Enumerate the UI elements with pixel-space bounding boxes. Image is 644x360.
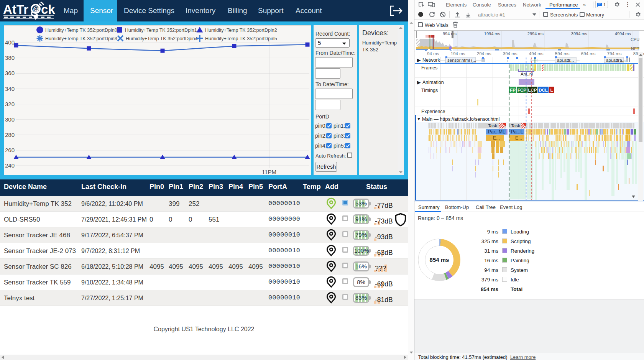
svg-text:Pa...L: Pa...L (511, 129, 523, 135)
svg-text:Network: Network (422, 58, 440, 63)
svg-text:294 ms: 294 ms (477, 51, 491, 56)
svg-text:Frames: Frames (421, 65, 437, 71)
svg-text:E...: E... (493, 135, 500, 141)
svg-text:3994 ms: 3994 ms (571, 31, 588, 36)
svg-text:280: 280 (5, 132, 15, 138)
svg-text:Task: Task (511, 123, 520, 128)
svg-text:▶︎: ▶︎ (417, 80, 421, 85)
svg-text:300: 300 (5, 116, 15, 123)
svg-text:Humidity+Temp TK 352:portDpin3: Humidity+Temp TK 352:portDpin3 (45, 36, 117, 41)
svg-text:Animation: Animation (422, 80, 444, 85)
svg-text:api.attra...: api.attra... (606, 58, 626, 62)
svg-text:▶︎: ▶︎ (417, 58, 421, 63)
svg-text:11PM: 11PM (262, 169, 276, 175)
svg-text:▼︎: ▼︎ (417, 117, 421, 121)
svg-text:694 ms: 694 ms (581, 51, 596, 56)
svg-text:594 ms: 594 ms (555, 51, 570, 56)
svg-text:1994 ms: 1994 ms (484, 31, 501, 36)
svg-text:api.attr...: api.attr... (557, 58, 574, 62)
svg-text:794 ms: 794 ms (607, 51, 622, 56)
svg-text:DCL: DCL (539, 88, 548, 92)
svg-text:994 ms: 994 ms (443, 31, 457, 36)
svg-text:94 ms: 94 ms (427, 51, 439, 56)
svg-text:320: 320 (5, 101, 15, 107)
svg-text:sensor.html (...: sensor.html (... (447, 58, 476, 62)
svg-text:CPU: CPU (631, 37, 639, 42)
svg-text:Timings: Timings (421, 88, 438, 93)
svg-text:2994 ms: 2994 ms (527, 31, 544, 36)
svg-text:380: 380 (5, 54, 15, 61)
svg-text:@: @ (33, 5, 39, 12)
svg-text:854 ms: 854 ms (430, 256, 449, 263)
svg-text:260: 260 (5, 147, 15, 153)
svg-text:494 ms: 494 ms (529, 51, 544, 56)
svg-text:Humidity+Temp TK 352:portDpin1: Humidity+Temp TK 352:portDpin1 (125, 28, 197, 33)
svg-text:LCP: LCP (528, 88, 537, 92)
svg-text:Task: Task (488, 123, 497, 128)
svg-text:AtTr: AtTr (3, 2, 28, 16)
svg-text:Main — https://attrack.io/sens: Main — https://attrack.io/sensor.html (422, 117, 499, 122)
svg-text:360: 360 (5, 70, 15, 76)
svg-text:Ani..nl: Ani..nl (521, 72, 533, 76)
svg-text:394 ms: 394 ms (503, 51, 518, 56)
svg-text:194 ms: 194 ms (451, 51, 465, 56)
svg-text:340: 340 (5, 85, 15, 92)
svg-text:Humidity+Temp TK 352:portDpin4: Humidity+Temp TK 352:portDpin4 (126, 36, 198, 41)
svg-text:FP: FP (510, 88, 516, 92)
svg-text:Humidity+Temp TK 352:portDpin5: Humidity+Temp TK 352:portDpin5 (205, 36, 277, 41)
svg-text:E...: E... (515, 135, 522, 141)
svg-text:Humidity+Temp TK 352:portDpin0: Humidity+Temp TK 352:portDpin0 (45, 28, 117, 33)
svg-text:Humidity+Temp TK 352:portDpin2: Humidity+Temp TK 352:portDpin2 (205, 28, 277, 33)
svg-text:4994 ms: 4994 ms (615, 31, 631, 36)
svg-text:NET: NET (631, 46, 639, 51)
svg-text:L: L (550, 88, 553, 92)
svg-text:Par...ML: Par...ML (488, 129, 505, 135)
svg-text:240: 240 (5, 162, 15, 169)
svg-text:Experience: Experience (421, 109, 445, 114)
svg-text:400: 400 (5, 39, 15, 46)
svg-text:FCP: FCP (518, 88, 526, 92)
